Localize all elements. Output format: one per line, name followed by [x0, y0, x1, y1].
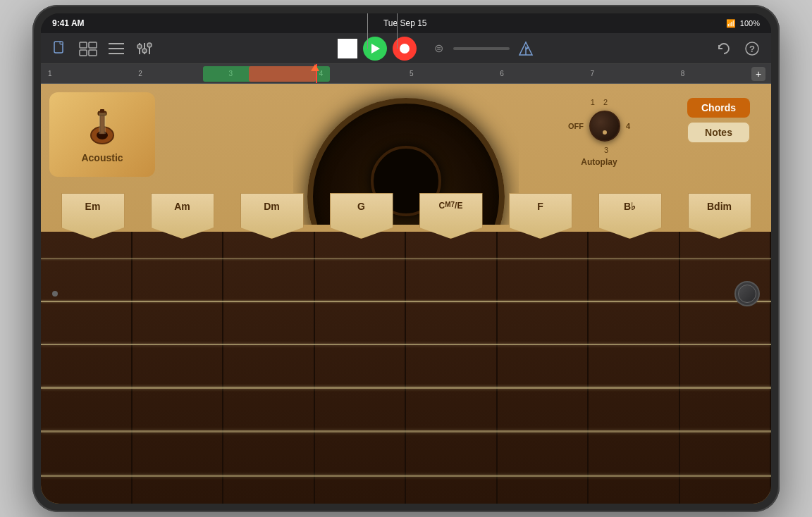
autoplay-pos-1: 1: [591, 98, 595, 106]
svg-rect-4: [89, 42, 97, 48]
tracks-view-button[interactable]: [78, 38, 99, 59]
chord-buttons-row: Em Am Dm G CM7/E F B♭ Bdim: [41, 193, 771, 239]
chord-g[interactable]: G: [330, 193, 393, 239]
status-bar: 9:41 AM Tue Sep 15 📶 100%: [41, 13, 771, 33]
tempo-slider[interactable]: [453, 47, 510, 50]
status-time: 9:41 AM: [52, 18, 85, 28]
undo-button[interactable]: [713, 38, 734, 59]
autoplay-label: Autoplay: [581, 157, 617, 167]
timeline-record-region[interactable]: [249, 66, 316, 82]
guitar-icon: [81, 106, 123, 148]
svg-point-15: [147, 43, 152, 47]
ipad-frame: 9:41 AM Tue Sep 15 📶 100%: [32, 5, 780, 512]
status-icons: 📶 100%: [726, 19, 760, 28]
stop-button[interactable]: [338, 39, 357, 58]
chord-notes-buttons: Chords Notes: [687, 98, 750, 143]
toolbar-left: [49, 38, 155, 59]
chords-button[interactable]: Chords: [687, 98, 750, 118]
chord-em[interactable]: Em: [61, 193, 125, 239]
tempo-icon: ⊜: [428, 38, 449, 59]
fret-col-2: [133, 232, 224, 504]
autoplay-pos-2: 2: [603, 98, 608, 106]
tick-6: 6: [500, 64, 590, 83]
list-view-button[interactable]: [106, 38, 127, 59]
tick-5: 5: [410, 64, 500, 83]
fret-col-1: [41, 232, 133, 504]
help-button[interactable]: ?: [742, 38, 763, 59]
new-song-button[interactable]: [49, 38, 70, 59]
record-button[interactable]: [393, 37, 417, 61]
autoplay-pos-3: 3: [604, 146, 608, 154]
fret-col-3: [223, 232, 315, 504]
play-button[interactable]: [363, 37, 387, 61]
home-button-inner: [738, 285, 756, 303]
autoplay-pos-4: 4: [626, 122, 630, 130]
fretboard[interactable]: [41, 232, 771, 504]
battery-icon: 100%: [740, 19, 760, 27]
playhead-triangle: [311, 64, 319, 71]
chord-bdim[interactable]: Bdim: [688, 193, 751, 239]
add-section-button[interactable]: +: [751, 67, 765, 81]
fret-col-6: [498, 232, 589, 504]
knob-indicator: [603, 130, 607, 135]
ipad-screen: 9:41 AM Tue Sep 15 📶 100%: [41, 13, 771, 504]
instrument-name: Acoustic: [81, 152, 123, 163]
svg-rect-5: [80, 50, 87, 56]
metronome-button[interactable]: [515, 38, 536, 59]
status-date: Tue Sep 15: [383, 18, 427, 28]
tick-7: 7: [591, 64, 681, 83]
notes-button[interactable]: Notes: [687, 122, 750, 143]
tick-4: 4: [319, 64, 410, 83]
svg-rect-2: [60, 42, 63, 44]
svg-text:?: ?: [749, 43, 755, 54]
mixer-button[interactable]: [134, 38, 155, 59]
fret-col-5: [406, 232, 498, 504]
wifi-icon: 📶: [726, 19, 736, 28]
autoplay-knob[interactable]: [589, 111, 620, 142]
tick-1: 1: [48, 64, 138, 83]
svg-point-11: [137, 44, 142, 49]
chord-bb[interactable]: B♭: [598, 193, 662, 239]
fret-col-4: [315, 232, 407, 504]
timeline-numbers: 1 2 3 4 5 6 7 8: [41, 64, 771, 83]
autoplay-section: 1 2 OFF 4 3 Autoplay: [568, 98, 630, 167]
autoplay-off-label: OFF: [568, 122, 584, 130]
svg-point-13: [142, 49, 147, 53]
chord-am[interactable]: Am: [151, 193, 214, 239]
toolbar-center: ⊜: [161, 37, 708, 61]
svg-rect-6: [89, 50, 97, 56]
autoplay-numbers: 1 2: [591, 98, 608, 108]
autoplay-knob-row: OFF 4: [568, 111, 630, 142]
fret-col-8: [680, 232, 772, 504]
chord-f[interactable]: F: [509, 193, 572, 239]
fret-col-7: [589, 232, 680, 504]
home-button[interactable]: [734, 281, 760, 306]
chord-dm[interactable]: Dm: [240, 193, 304, 239]
toolbar-right: ?: [713, 38, 763, 59]
chord-cm7e[interactable]: CM7/E: [419, 193, 483, 239]
instrument-tile[interactable]: Acoustic: [49, 92, 155, 177]
timeline-playhead[interactable]: [316, 64, 317, 84]
side-dot: [52, 291, 58, 297]
svg-rect-25: [100, 109, 104, 113]
timeline[interactable]: 1 2 3 4 5 6 7 8 +: [41, 64, 771, 84]
toolbar: ⊜: [41, 33, 771, 64]
svg-rect-3: [80, 42, 87, 48]
guitar-main: Acoustic 1 2 OFF 4: [41, 84, 771, 504]
